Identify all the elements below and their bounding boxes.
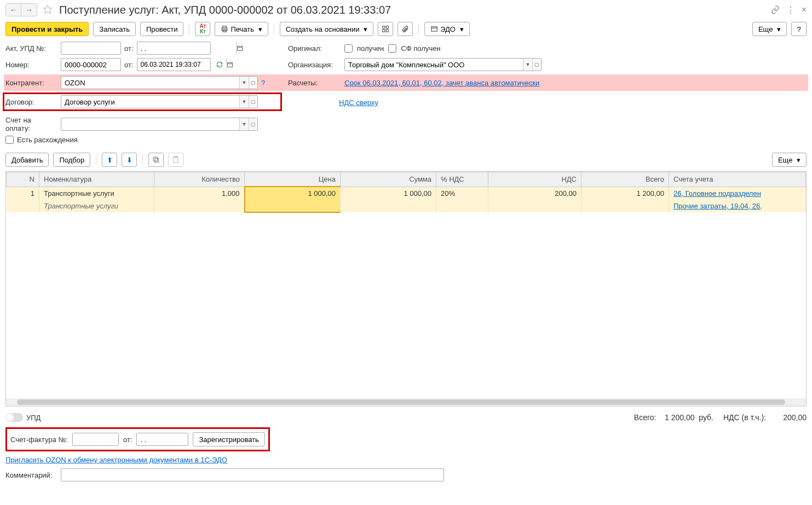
contract-input[interactable] <box>61 96 239 108</box>
dropdown-icon[interactable]: ▼ <box>239 96 248 108</box>
col-acc[interactable]: Счета учета <box>669 172 806 187</box>
cell-sum[interactable]: 1 000,00 <box>341 187 436 212</box>
move-down-button[interactable]: ⬇ <box>122 153 137 167</box>
settle-link[interactable]: Срок 06.03.2021, 60.01, 60.02, зачет ава… <box>344 79 539 87</box>
contract-label: Договор: <box>5 98 57 106</box>
cell-n[interactable]: 1 <box>7 187 39 212</box>
act-date-input[interactable] <box>137 42 236 54</box>
settle-label: Расчеты: <box>288 79 340 87</box>
cell-nom[interactable]: Транспортные услуги <box>39 187 154 200</box>
cell-price[interactable]: 1 000,00 <box>245 187 341 212</box>
edo-button[interactable]: ЭДО ▾ <box>424 22 469 36</box>
help-button[interactable]: ? <box>791 22 807 36</box>
currency: руб. <box>699 413 713 422</box>
paste-button[interactable] <box>168 153 183 167</box>
svg-rect-12 <box>227 63 232 67</box>
refresh-icon[interactable] <box>214 59 225 70</box>
cell-vatrate[interactable]: 20% <box>436 187 488 212</box>
structure-button[interactable] <box>378 22 393 36</box>
favorite-star-icon[interactable] <box>43 4 54 15</box>
number-date-input[interactable] <box>137 59 226 71</box>
open-icon[interactable]: ▢ <box>249 77 257 89</box>
col-price[interactable]: Цена <box>245 172 341 187</box>
more-menu-icon[interactable]: ⋮ <box>786 5 795 15</box>
link-icon[interactable] <box>771 5 780 14</box>
invoice-input[interactable] <box>61 118 239 130</box>
svg-rect-5 <box>386 26 388 28</box>
table-header-row: N Номенклатура Количество Цена Сумма % Н… <box>7 172 806 187</box>
close-icon[interactable]: × <box>802 5 807 15</box>
svg-rect-8 <box>431 27 437 31</box>
cell-acc1[interactable]: 26, Головное подразделен <box>669 187 806 200</box>
sf-received-label: СФ получен <box>401 44 440 53</box>
comment-input[interactable] <box>61 469 444 481</box>
vat-incl-label: НДС (в т.ч.): <box>723 413 766 422</box>
table-more-button[interactable]: Еще ▾ <box>772 153 807 167</box>
svg-rect-4 <box>383 26 385 28</box>
cell-total[interactable]: 1 200,00 <box>581 187 669 212</box>
save-button[interactable]: Записать <box>93 22 136 36</box>
upd-toggle[interactable] <box>5 413 23 422</box>
from-label: от: <box>124 44 134 53</box>
svg-rect-7 <box>386 30 388 32</box>
vat-mode-link[interactable]: НДС сверху <box>339 98 378 107</box>
original-label: Оригинал: <box>288 44 340 53</box>
svg-rect-15 <box>154 157 158 161</box>
attach-button[interactable] <box>398 22 413 36</box>
cell-vat[interactable]: 200,00 <box>488 187 581 212</box>
col-n[interactable]: N <box>7 172 39 187</box>
open-icon[interactable]: ▢ <box>532 59 541 71</box>
cell-qty[interactable]: 1,000 <box>154 187 245 212</box>
cell-acc2[interactable]: Прочие затраты, 19.04, 26, <box>669 200 806 212</box>
dt-kt-button[interactable]: АтКт <box>195 22 210 36</box>
calendar-icon-2[interactable] <box>226 59 233 71</box>
horizontal-scrollbar[interactable] <box>6 398 806 406</box>
post-and-close-button[interactable]: Провести и закрыть <box>5 22 89 36</box>
select-button[interactable]: Подбор <box>53 153 90 167</box>
sf-from-label: от: <box>123 436 133 444</box>
received-label: получен <box>357 44 384 53</box>
col-sum[interactable]: Сумма <box>341 172 436 187</box>
received-checkbox[interactable] <box>344 44 353 53</box>
total-label: Всего: <box>634 413 656 422</box>
discrepancy-label: Есть расхождения <box>17 136 78 144</box>
create-based-button[interactable]: Создать на основании ▾ <box>280 22 374 36</box>
cell-nom-sub[interactable]: Транспортные услуги <box>39 200 154 212</box>
col-vat[interactable]: НДС <box>488 172 581 187</box>
contractor-label: Контрагент: <box>5 79 57 87</box>
copy-button[interactable] <box>148 153 164 167</box>
post-button[interactable]: Провести <box>140 22 184 36</box>
svg-rect-10 <box>237 47 242 51</box>
from-label-2: от: <box>124 61 134 69</box>
dropdown-icon[interactable]: ▼ <box>239 77 248 89</box>
svg-marker-0 <box>44 5 52 14</box>
sf-received-checkbox[interactable] <box>388 44 396 53</box>
open-icon[interactable]: ▢ <box>249 118 257 130</box>
act-label: Акт, УПД №: <box>5 44 57 53</box>
dropdown-icon[interactable]: ▼ <box>523 59 532 71</box>
col-vatrate[interactable]: % НДС <box>436 172 488 187</box>
nav-back[interactable]: ← <box>6 4 21 16</box>
open-icon[interactable]: ▢ <box>249 96 257 108</box>
upd-label: УПД <box>26 414 41 422</box>
table-row[interactable]: 1 Транспортные услуги 1,000 1 000,00 1 0… <box>7 187 806 200</box>
more-button[interactable]: Еще ▾ <box>752 22 787 36</box>
dropdown-icon[interactable]: ▼ <box>239 118 248 130</box>
org-input[interactable] <box>345 59 523 71</box>
print-button[interactable]: Печать ▾ <box>215 22 268 36</box>
svg-rect-14 <box>155 159 159 162</box>
nav-forward[interactable]: → <box>21 4 37 16</box>
calendar-icon[interactable] <box>236 42 243 54</box>
col-nom[interactable]: Номенклатура <box>39 172 154 187</box>
contractor-help-icon[interactable]: ? <box>261 79 265 87</box>
move-up-button[interactable]: ⬆ <box>102 153 117 167</box>
discrepancy-checkbox[interactable] <box>5 136 14 144</box>
contractor-input[interactable] <box>61 77 239 89</box>
col-total[interactable]: Всего <box>581 172 669 187</box>
comment-label: Комментарий: <box>5 471 57 479</box>
col-qty[interactable]: Количество <box>154 172 245 187</box>
register-button[interactable]: Зарегистрировать <box>193 432 264 446</box>
invite-edo-link[interactable]: Пригласить OZON к обмену электронными до… <box>5 456 227 464</box>
add-button[interactable]: Добавить <box>5 153 49 167</box>
org-label: Организация: <box>288 61 340 69</box>
